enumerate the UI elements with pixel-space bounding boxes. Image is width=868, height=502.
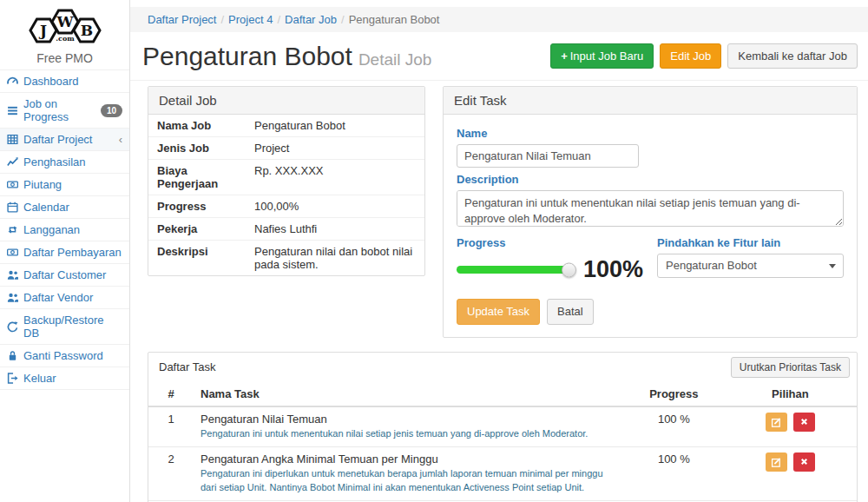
- task-name-cell: Pengaturan Nilai Temuan Pengaturan ini u…: [194, 406, 624, 446]
- delete-task-button[interactable]: [793, 452, 815, 472]
- slider-row: 100%: [457, 256, 657, 283]
- svg-text:.com: .com: [56, 34, 75, 43]
- sidebar-item-keluar[interactable]: Keluar: [0, 367, 129, 390]
- header-buttons: +Input Job Baru Edit Job Kembali ke daft…: [550, 43, 858, 69]
- money-icon: [7, 179, 18, 190]
- edit-task-form: Name Description Pengaturan ini untuk me…: [444, 115, 857, 337]
- brand-name: Free PMO: [0, 51, 129, 65]
- select-value: Pengaturan Bobot: [666, 259, 757, 272]
- sidebar-item-penghasilan[interactable]: Penghasilan: [0, 150, 129, 173]
- task-table: # Nama Task Progress Pilihan 1 Pengatura…: [148, 382, 857, 502]
- sidebar-item-label: Backup/Restore DB: [23, 314, 122, 340]
- sidebar-item-ganti-password[interactable]: Ganti Password: [0, 344, 129, 367]
- delete-task-button[interactable]: [793, 413, 815, 432]
- breadcrumb-link-daftar-job[interactable]: Daftar Job: [285, 13, 337, 26]
- lock-icon: [7, 350, 18, 361]
- progress-slider-handle[interactable]: [562, 262, 576, 277]
- progress-slider[interactable]: [457, 266, 569, 274]
- batal-button[interactable]: Batal: [547, 299, 594, 325]
- jwb-logo-icon: J W B .com: [25, 6, 105, 47]
- breadcrumb-separator: /: [337, 13, 349, 26]
- page-subtitle: Detail Job: [358, 50, 432, 69]
- edit-task-button[interactable]: [766, 413, 787, 432]
- edit-task-panel: Edit Task Name Description Pengaturan in…: [443, 86, 858, 338]
- main-content: Daftar Project/Project 4/Daftar Job/Peng…: [130, 0, 868, 502]
- table-row: Pekerja Nafies Luthfi: [148, 218, 424, 241]
- breadcrumb-separator: /: [216, 13, 228, 26]
- task-actions: [724, 406, 857, 446]
- chart-line-icon: [7, 156, 18, 168]
- table-icon: [7, 134, 18, 145]
- edit-job-button[interactable]: Edit Job: [660, 43, 721, 69]
- update-task-button[interactable]: Update Task: [457, 299, 540, 325]
- detail-label: Biaya Pengerjaan: [148, 160, 246, 195]
- move-feature-label: Pindahkan ke Fitur lain: [657, 236, 844, 249]
- sidebar-nav: Dashboard Job on Progress 10: [0, 69, 129, 390]
- brand[interactable]: J W B .com Free PMO: [0, 0, 129, 69]
- table-row: Nama Job Pengaturan Bobot: [148, 115, 424, 137]
- money-icon: [7, 247, 18, 258]
- progress-percent-value: 100%: [583, 256, 643, 283]
- edit-task-button[interactable]: [766, 452, 787, 472]
- plus-icon: +: [561, 50, 568, 63]
- sidebar-item-daftar-vendor[interactable]: Daftar Vendor: [0, 286, 129, 308]
- x-icon: [799, 457, 809, 466]
- progress-column: Progress 100% Update Task Batal: [457, 231, 657, 325]
- task-number: 2: [148, 446, 194, 500]
- users-icon: [7, 269, 18, 281]
- sidebar-item-backup-restore-db[interactable]: Backup/Restore DB: [0, 308, 129, 344]
- table-row: Deskripsi Pengaturan nilai dan bobot nil…: [148, 241, 424, 276]
- input-job-baru-button[interactable]: +Input Job Baru: [550, 43, 654, 69]
- sidebar-item-daftar-project[interactable]: Daftar Project ‹: [0, 128, 129, 150]
- sidebar-item-dashboard[interactable]: Dashboard: [0, 69, 129, 92]
- table-row: Progress 100,00%: [148, 195, 424, 218]
- x-icon: [799, 417, 809, 426]
- sidebar-item-calendar[interactable]: Calendar: [0, 195, 129, 218]
- list-icon: [7, 105, 18, 116]
- sidebar: J W B .com Free PMO Dashboard: [0, 0, 130, 502]
- column-header-num: #: [148, 382, 194, 406]
- task-name-input[interactable]: [457, 144, 639, 168]
- page-title-text: Pengaturan Bobot: [142, 42, 352, 70]
- sidebar-item-label: Ganti Password: [23, 349, 103, 362]
- chevron-left-icon: ‹: [119, 133, 122, 146]
- table-row: Jenis Job Project: [148, 137, 424, 160]
- task-progress: 100 %: [624, 406, 724, 446]
- sidebar-item-piutang[interactable]: Piutang: [0, 173, 129, 195]
- svg-text:J: J: [37, 22, 46, 39]
- sidebar-item-label: Dashboard: [23, 75, 79, 88]
- dashboard-icon: [7, 76, 18, 87]
- sidebar-item-label: Penghasilan: [23, 155, 86, 168]
- job-count-badge: 10: [101, 104, 122, 117]
- sidebar-item-label: Daftar Customer: [23, 268, 106, 281]
- detail-value: Project: [246, 137, 424, 160]
- panels-row: Detail Job Nama Job Pengaturan Bobot Jen…: [130, 81, 868, 338]
- detail-job-panel: Detail Job Nama Job Pengaturan Bobot Jen…: [148, 86, 425, 276]
- task-name-cell: Pengaturan Angka Minimal Temuan per Ming…: [194, 446, 624, 500]
- name-label: Name: [457, 127, 844, 140]
- progress-slider-fill: [457, 266, 569, 274]
- sidebar-item-label: Job on Progress: [23, 97, 95, 123]
- detail-value: Pengaturan nilai dan bobot nilai pada si…: [246, 241, 424, 276]
- sidebar-item-job-on-progress[interactable]: Job on Progress 10: [0, 92, 129, 128]
- sidebar-item-label: Calendar: [23, 201, 69, 214]
- task-description: Pengaturan ini diperlukan untuk menetuka…: [201, 467, 617, 495]
- detail-value: Rp. XXX.XXX: [246, 160, 424, 195]
- svg-text:W: W: [56, 13, 74, 30]
- breadcrumb: Daftar Project/Project 4/Daftar Job/Peng…: [130, 7, 868, 32]
- detail-job-table: Nama Job Pengaturan Bobot Jenis Job Proj…: [148, 115, 424, 275]
- sidebar-item-daftar-customer[interactable]: Daftar Customer: [0, 263, 129, 286]
- move-feature-column: Pindahkan ke Fitur lain Pengaturan Bobot: [657, 231, 844, 325]
- sidebar-item-label: Piutang: [23, 178, 62, 191]
- task-description-textarea[interactable]: Pengaturan ini untuk menentukan nilai se…: [457, 190, 844, 227]
- detail-label: Pekerja: [148, 218, 246, 241]
- sidebar-item-langganan[interactable]: Langganan: [0, 218, 129, 241]
- task-name: Pengaturan Angka Minimal Temuan per Ming…: [201, 452, 617, 466]
- kembali-ke-daftar-job-button[interactable]: Kembali ke daftar Job: [727, 43, 858, 69]
- sidebar-item-daftar-pembayaran[interactable]: Daftar Pembayaran: [0, 241, 129, 263]
- breadcrumb-link-project-4[interactable]: Project 4: [228, 13, 273, 26]
- move-to-feature-select[interactable]: Pengaturan Bobot: [657, 254, 844, 278]
- breadcrumb-link-daftar-project[interactable]: Daftar Project: [148, 13, 216, 26]
- sidebar-item-label: Langganan: [23, 223, 80, 236]
- urutkan-prioritas-task-button[interactable]: Urutkan Prioritas Task: [731, 357, 850, 378]
